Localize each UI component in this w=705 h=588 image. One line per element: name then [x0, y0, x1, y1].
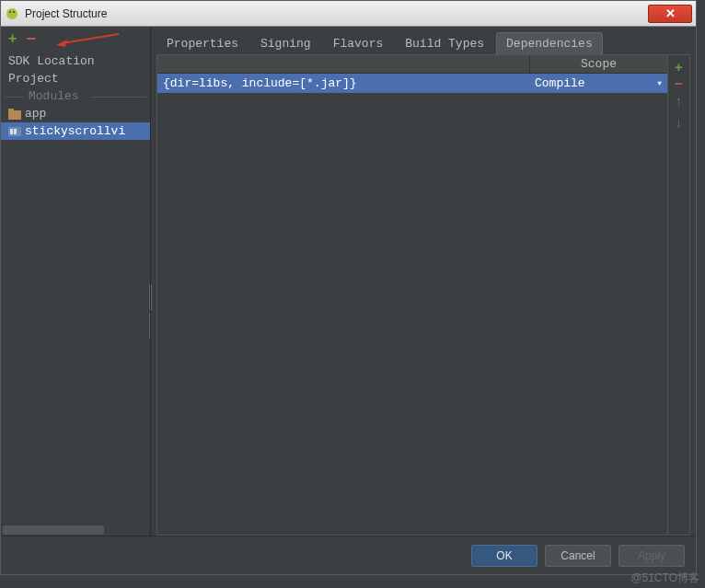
tab-signing[interactable]: Signing	[250, 32, 321, 54]
tabs: Properties Signing Flavors Build Types D…	[156, 32, 690, 54]
dependencies-panel: Scope {dir=libs, include=[*.jar]} Compil…	[156, 54, 690, 536]
remove-module-button[interactable]: −	[26, 34, 36, 43]
dependency-scope-label: Compile	[535, 76, 585, 90]
svg-marker-4	[56, 40, 67, 47]
sidebar-list: SDK Location Project Modules app stickys…	[1, 51, 150, 525]
watermark: @51CTO博客	[630, 571, 699, 586]
svg-point-2	[13, 11, 15, 13]
folder-icon	[8, 109, 21, 120]
sidebar: + − SDK Location Project Modules app	[1, 27, 151, 536]
sidebar-section-modules: Modules	[1, 87, 150, 105]
add-dependency-button[interactable]: +	[675, 59, 683, 75]
move-down-button[interactable]: ↓	[676, 114, 683, 130]
tab-build-types[interactable]: Build Types	[395, 32, 494, 54]
close-icon: ✕	[665, 6, 676, 20]
annotation-arrow	[56, 32, 121, 47]
dependencies-toolbar: + − ↑ ↓	[667, 55, 689, 535]
sidebar-module-app[interactable]: app	[1, 105, 150, 122]
dependencies-table-header: Scope	[157, 55, 667, 74]
add-module-button[interactable]: +	[8, 30, 17, 47]
titlebar: Project Structure ✕	[1, 1, 696, 27]
column-dependency	[157, 55, 529, 73]
svg-point-0	[6, 8, 17, 19]
chevron-down-icon: ▼	[657, 79, 662, 87]
column-scope: Scope	[529, 55, 667, 73]
splitter-handle[interactable]	[149, 284, 154, 310]
sidebar-item-sdk-location[interactable]: SDK Location	[1, 52, 150, 70]
window-title: Project Structure	[25, 7, 648, 20]
tab-dependencies[interactable]: Dependencies	[496, 32, 603, 55]
dependency-row[interactable]: {dir=libs, include=[*.jar]} Compile ▼	[157, 74, 667, 93]
tab-properties[interactable]: Properties	[156, 32, 248, 54]
remove-dependency-button[interactable]: −	[675, 80, 683, 87]
svg-rect-6	[8, 109, 14, 112]
apply-button[interactable]: Apply	[618, 545, 685, 567]
app-icon	[5, 6, 19, 21]
sidebar-module-label: stickyscrollvi	[25, 124, 125, 138]
svg-point-1	[9, 11, 11, 13]
main-area: + − SDK Location Project Modules app	[1, 27, 696, 536]
content-panel: Properties Signing Flavors Build Types D…	[151, 27, 696, 536]
module-icon	[8, 126, 21, 137]
ok-button[interactable]: OK	[471, 545, 537, 567]
svg-rect-8	[10, 129, 13, 134]
close-button[interactable]: ✕	[648, 5, 692, 23]
svg-line-3	[62, 34, 119, 43]
dependency-scope-dropdown[interactable]: Compile ▼	[529, 76, 667, 90]
sidebar-h-scrollbar[interactable]	[1, 525, 150, 536]
sidebar-module-label: app	[25, 107, 46, 121]
sidebar-toolbar: + −	[1, 27, 150, 51]
project-structure-window: Project Structure ✕ + − SDK Location Pro…	[0, 0, 697, 575]
svg-rect-9	[14, 129, 17, 134]
sidebar-module-stickyscrollview[interactable]: stickyscrollvi	[1, 122, 150, 140]
move-up-button[interactable]: ↑	[676, 93, 683, 109]
tab-flavors[interactable]: Flavors	[323, 32, 394, 54]
sidebar-item-project[interactable]: Project	[1, 70, 150, 87]
dialog-footer: OK Cancel Apply	[1, 536, 696, 574]
cancel-button[interactable]: Cancel	[545, 545, 611, 567]
dependency-value: {dir=libs, include=[*.jar]}	[157, 76, 529, 90]
dependencies-table: Scope {dir=libs, include=[*.jar]} Compil…	[157, 55, 667, 535]
